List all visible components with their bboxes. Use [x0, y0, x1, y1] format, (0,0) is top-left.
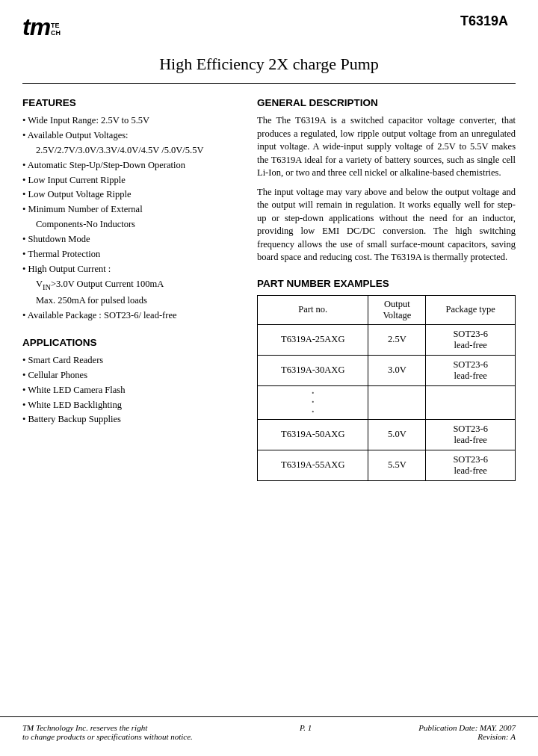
header: tm TE CH T6319A [0, 0, 538, 49]
list-item: Minimum Number of External [22, 203, 239, 216]
package-type: SOT23-6lead-free [426, 324, 516, 355]
general-description-title: GENERAL DESCRIPTION [257, 97, 516, 108]
col-header-voltage: OutputVoltage [368, 295, 426, 324]
table-row: T6319A-30AXG 3.0V SOT23-6lead-free [258, 355, 516, 385]
footer-right-line2: Revision: A [418, 732, 516, 741]
main-content: FEATURES Wide Input Range: 2.5V to 5.5V … [0, 84, 538, 481]
part-no: T6319A-55AXG [258, 450, 368, 480]
list-item: Wide Input Range: 2.5V to 5.5V [22, 114, 239, 127]
left-column: FEATURES Wide Input Range: 2.5V to 5.5V … [22, 97, 239, 481]
part-no: T6319A-50AXG [258, 419, 368, 450]
applications-title: APPLICATIONS [22, 337, 239, 348]
logo-tm-text: tm [22, 13, 50, 41]
general-description-section: GENERAL DESCRIPTION The The T6319A is a … [257, 97, 516, 264]
output-voltage: 5.5V [368, 450, 426, 480]
part-no: T6319A-25AXG [258, 324, 368, 355]
table-row: T6319A-55AXG 5.5V SOT23-6lead-free [258, 450, 516, 480]
table-header-row: Part no. OutputVoltage Package type [258, 295, 516, 324]
part-number-section: PART NUMBER EXAMPLES Part no. OutputVolt… [257, 278, 516, 481]
footer-center: P. 1 [300, 723, 312, 732]
list-item: Cellular Phones [22, 369, 239, 382]
part-number-section-title: PART NUMBER EXAMPLES [257, 278, 516, 289]
gen-desc-para-1: The The T6319A is a switched capacitor v… [257, 114, 516, 180]
footer: TM Technology Inc. reserves the right to… [0, 716, 538, 741]
list-item: Battery Backup Supplies [22, 413, 239, 426]
package-type: SOT23-6lead-free [426, 355, 516, 385]
list-item: Low Input Current Ripple [22, 174, 239, 187]
list-item: White LED Camera Flash [22, 384, 239, 397]
col-header-package: Package type [426, 295, 516, 324]
footer-right: Publication Date: MAY. 2007 Revision: A [418, 723, 516, 741]
logo-tech-text: TE CH [51, 22, 61, 37]
list-item: Available Output Voltages: [22, 129, 239, 142]
dotted-cell: · · · [258, 385, 368, 419]
footer-left-line2: to change products or specifications wit… [22, 732, 193, 741]
list-item-sub: Max. 250mA for pulsed loads [22, 294, 239, 307]
gen-desc-para-2: The input voltage may vary above and bel… [257, 186, 516, 264]
list-item: Thermal Protection [22, 248, 239, 261]
table-row: T6319A-25AXG 2.5V SOT23-6lead-free [258, 324, 516, 355]
list-item: Available Package : SOT23-6/ lead-free [22, 309, 239, 322]
logo: tm TE CH [22, 13, 61, 41]
features-title: FEATURES [22, 97, 239, 108]
list-item-sub: VIN>3.0V Output Current 100mA [22, 278, 239, 293]
output-voltage: 3.0V [368, 355, 426, 385]
footer-left-line1: TM Technology Inc. reserves the right [22, 723, 193, 732]
footer-right-line1: Publication Date: MAY. 2007 [418, 723, 516, 732]
part-number-table: Part no. OutputVoltage Package type T631… [257, 295, 516, 481]
features-section: FEATURES Wide Input Range: 2.5V to 5.5V … [22, 97, 239, 322]
list-item: High Output Current : [22, 263, 239, 276]
list-item-sub: 2.5V/2.7V/3.0V/3.3V/4.0V/4.5V /5.0V/5.5V [22, 144, 239, 157]
dotted-cell-p [426, 385, 516, 419]
output-voltage: 5.0V [368, 419, 426, 450]
col-header-part: Part no. [258, 295, 368, 324]
list-item: Smart Card Readers [22, 354, 239, 367]
table-row: T6319A-50AXG 5.0V SOT23-6lead-free [258, 419, 516, 450]
list-item: Shutdown Mode [22, 233, 239, 246]
list-item: Low Output Voltage Ripple [22, 188, 239, 201]
applications-section: APPLICATIONS Smart Card Readers Cellular… [22, 337, 239, 426]
page-title: High Efficiency 2X charge Pump [0, 49, 538, 83]
part-number-header: T6319A [460, 13, 508, 29]
right-column: GENERAL DESCRIPTION The The T6319A is a … [257, 97, 516, 481]
footer-left: TM Technology Inc. reserves the right to… [22, 723, 193, 741]
features-list: Wide Input Range: 2.5V to 5.5V Available… [22, 114, 239, 322]
list-item: White LED Backlighting [22, 399, 239, 412]
dotted-cell-v [368, 385, 426, 419]
part-no: T6319A-30AXG [258, 355, 368, 385]
applications-list: Smart Card Readers Cellular Phones White… [22, 354, 239, 426]
list-item: Automatic Step-Up/Step-Down Operation [22, 159, 239, 172]
package-type: SOT23-6lead-free [426, 450, 516, 480]
package-type: SOT23-6lead-free [426, 419, 516, 450]
table-row-dotted: · · · [258, 385, 516, 419]
list-item-sub: Components-No Inductors [22, 218, 239, 231]
output-voltage: 2.5V [368, 324, 426, 355]
